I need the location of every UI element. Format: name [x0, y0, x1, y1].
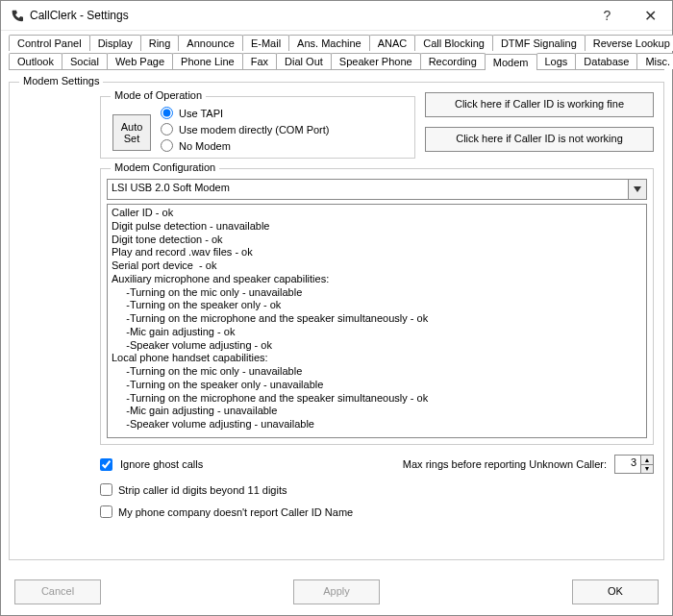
radio-use-direct-label: Use modem directly (COM Port)	[179, 124, 329, 136]
tab-call-blocking[interactable]: Call Blocking	[414, 35, 493, 51]
no-name-report-label: My phone company doesn't report Caller I…	[118, 506, 353, 518]
dialog-footer: Cancel Apply OK	[1, 568, 672, 616]
tab-outlook[interactable]: Outlook	[9, 53, 62, 69]
callerid-working-button[interactable]: Click here if Caller ID is working fine	[425, 92, 654, 117]
max-rings-value: 3	[615, 456, 640, 473]
radio-use-direct[interactable]: Use modem directly (COM Port)	[161, 123, 329, 136]
callerid-not-working-button[interactable]: Click here if Caller ID is not working	[425, 127, 654, 152]
radio-use-direct-input[interactable]	[161, 123, 173, 136]
tab-web-page[interactable]: Web Page	[107, 53, 173, 69]
radio-use-tapi[interactable]: Use TAPI	[161, 107, 329, 119]
group-modem-configuration: Modem Configuration LSI USB 2.0 Soft Mod…	[100, 168, 654, 445]
tab-recording[interactable]: Recording	[420, 53, 486, 69]
content-area: Modem Settings Mode of Operation Auto Se…	[1, 70, 672, 568]
auto-set-button[interactable]: Auto Set	[112, 114, 151, 151]
help-button[interactable]: ?	[586, 1, 629, 30]
callerid-test-buttons: Click here if Caller ID is working fine …	[425, 92, 654, 159]
titlebar: CallClerk - Settings ? ✕	[1, 1, 672, 31]
tab-ans-machine[interactable]: Ans. Machine	[288, 35, 370, 51]
tab-e-mail[interactable]: E-Mail	[242, 35, 289, 51]
group-modem-settings-legend: Modem Settings	[19, 75, 103, 86]
group-modem-settings: Modem Settings Mode of Operation Auto Se…	[9, 82, 664, 560]
radio-use-tapi-label: Use TAPI	[179, 108, 223, 119]
tab-phone-line[interactable]: Phone Line	[172, 53, 243, 69]
tab-row-1: Control PanelDisplayRingAnnounceE-MailAn…	[9, 35, 664, 51]
tab-misc[interactable]: Misc.	[636, 53, 673, 69]
radio-no-modem-input[interactable]	[161, 139, 173, 152]
tab-dial-out[interactable]: Dial Out	[276, 53, 332, 69]
tab-modem[interactable]: Modem	[485, 54, 537, 70]
tab-display[interactable]: Display	[89, 35, 141, 51]
tab-speaker-phone[interactable]: Speaker Phone	[331, 53, 421, 69]
tab-reverse-lookup[interactable]: Reverse Lookup	[585, 35, 673, 51]
modem-diagnostics-text: Caller ID - ok Digit pulse detection - u…	[107, 204, 647, 438]
group-config-legend: Modem Configuration	[111, 161, 219, 173]
tab-row-2: OutlookSocialWeb PagePhone LineFaxDial O…	[9, 53, 664, 69]
tab-fax[interactable]: Fax	[242, 53, 277, 69]
mode-radio-group: Use TAPI Use modem directly (COM Port) N…	[161, 107, 329, 152]
close-button[interactable]: ✕	[629, 1, 672, 30]
app-icon	[9, 8, 24, 23]
max-rings-down-button[interactable]: ▼	[641, 464, 653, 474]
ignore-ghost-calls-label: Ignore ghost calls	[120, 458, 203, 470]
max-rings-label: Max rings before reporting Unknown Calle…	[403, 458, 607, 470]
settings-window: CallClerk - Settings ? ✕ Control PanelDi…	[0, 0, 673, 616]
radio-use-tapi-input[interactable]	[161, 107, 173, 119]
tab-anac[interactable]: ANAC	[369, 35, 416, 51]
auto-set-l1: Auto	[121, 121, 143, 133]
max-rings-up-button[interactable]: ▲	[641, 456, 653, 464]
strip-digits-label: Strip caller id digits beyond 11 digits	[118, 484, 287, 496]
radio-no-modem[interactable]: No Modem	[161, 139, 329, 152]
no-name-report-checkbox[interactable]	[100, 505, 112, 518]
modem-select-value: LSI USB 2.0 Soft Modem	[108, 180, 628, 199]
tabs-container: Control PanelDisplayRingAnnounceE-MailAn…	[1, 31, 672, 70]
group-mode-legend: Mode of Operation	[111, 89, 206, 101]
tab-ring[interactable]: Ring	[140, 35, 180, 51]
strip-digits-checkbox[interactable]	[100, 483, 112, 496]
tab-announce[interactable]: Announce	[178, 35, 243, 51]
modem-select-dropdown-button[interactable]	[628, 180, 646, 199]
apply-button[interactable]: Apply	[293, 579, 380, 604]
max-rings-spinner[interactable]: 3 ▲ ▼	[614, 455, 654, 474]
group-mode-of-operation: Mode of Operation Auto Set Use TAPI	[100, 96, 415, 159]
modem-select[interactable]: LSI USB 2.0 Soft Modem	[107, 179, 647, 200]
tab-social[interactable]: Social	[62, 53, 108, 69]
cancel-button[interactable]: Cancel	[14, 579, 101, 604]
tab-dtmf-signaling[interactable]: DTMF Signaling	[492, 35, 586, 51]
ignore-ghost-calls-checkbox[interactable]	[100, 458, 112, 471]
ok-button[interactable]: OK	[572, 579, 659, 604]
tab-logs[interactable]: Logs	[536, 53, 577, 69]
radio-no-modem-label: No Modem	[179, 140, 231, 152]
tab-database[interactable]: Database	[575, 53, 637, 69]
tab-control-panel[interactable]: Control Panel	[9, 35, 90, 51]
auto-set-l2: Set	[124, 133, 140, 144]
window-title: CallClerk - Settings	[30, 9, 586, 22]
